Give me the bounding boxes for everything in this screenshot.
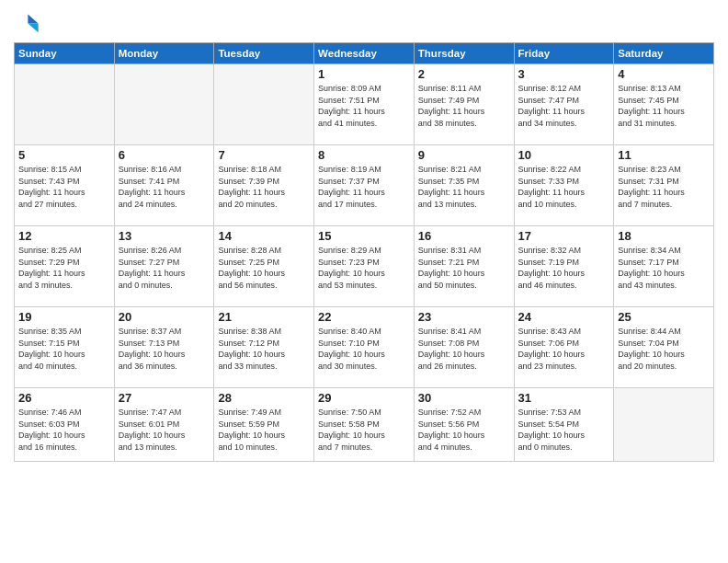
day-info: Sunrise: 7:52 AM Sunset: 5:56 PM Dayligh… xyxy=(418,407,510,453)
day-number: 7 xyxy=(218,148,310,162)
day-info: Sunrise: 8:15 AM Sunset: 7:43 PM Dayligh… xyxy=(18,164,110,210)
day-number: 24 xyxy=(518,310,610,324)
day-number: 29 xyxy=(318,391,410,405)
calendar-cell xyxy=(15,64,115,145)
day-number: 30 xyxy=(418,391,510,405)
day-info: Sunrise: 8:35 AM Sunset: 7:15 PM Dayligh… xyxy=(18,326,110,372)
day-number: 8 xyxy=(318,148,410,162)
calendar-cell: 5Sunrise: 8:15 AM Sunset: 7:43 PM Daylig… xyxy=(15,145,115,226)
day-info: Sunrise: 8:29 AM Sunset: 7:23 PM Dayligh… xyxy=(318,245,410,291)
calendar-cell: 19Sunrise: 8:35 AM Sunset: 7:15 PM Dayli… xyxy=(15,307,115,388)
day-info: Sunrise: 8:12 AM Sunset: 7:47 PM Dayligh… xyxy=(518,83,610,129)
svg-marker-0 xyxy=(28,15,38,24)
calendar-cell: 25Sunrise: 8:44 AM Sunset: 7:04 PM Dayli… xyxy=(614,307,714,388)
day-number: 18 xyxy=(618,229,710,243)
calendar-cell: 10Sunrise: 8:22 AM Sunset: 7:33 PM Dayli… xyxy=(514,145,614,226)
day-number: 12 xyxy=(18,229,110,243)
day-info: Sunrise: 7:50 AM Sunset: 5:58 PM Dayligh… xyxy=(318,407,410,453)
calendar-header-saturday: Saturday xyxy=(614,43,714,64)
day-info: Sunrise: 8:28 AM Sunset: 7:25 PM Dayligh… xyxy=(218,245,310,291)
day-number: 3 xyxy=(518,67,610,81)
calendar-cell xyxy=(114,64,214,145)
day-info: Sunrise: 8:38 AM Sunset: 7:12 PM Dayligh… xyxy=(218,326,310,372)
day-number: 4 xyxy=(618,67,710,81)
calendar-cell: 28Sunrise: 7:49 AM Sunset: 5:59 PM Dayli… xyxy=(214,388,314,462)
calendar-header-wednesday: Wednesday xyxy=(314,43,415,64)
day-info: Sunrise: 8:32 AM Sunset: 7:19 PM Dayligh… xyxy=(518,245,610,291)
calendar-week-5: 26Sunrise: 7:46 AM Sunset: 6:03 PM Dayli… xyxy=(15,388,714,462)
day-number: 26 xyxy=(18,391,110,405)
day-number: 25 xyxy=(618,310,710,324)
day-number: 21 xyxy=(218,310,310,324)
calendar-cell: 30Sunrise: 7:52 AM Sunset: 5:56 PM Dayli… xyxy=(414,388,514,462)
logo-icon xyxy=(14,9,40,35)
calendar-cell: 8Sunrise: 8:19 AM Sunset: 7:37 PM Daylig… xyxy=(314,145,415,226)
day-info: Sunrise: 8:23 AM Sunset: 7:31 PM Dayligh… xyxy=(618,164,710,210)
day-info: Sunrise: 7:46 AM Sunset: 6:03 PM Dayligh… xyxy=(18,407,110,453)
calendar-cell: 22Sunrise: 8:40 AM Sunset: 7:10 PM Dayli… xyxy=(314,307,415,388)
calendar-cell: 26Sunrise: 7:46 AM Sunset: 6:03 PM Dayli… xyxy=(15,388,115,462)
day-number: 1 xyxy=(318,67,410,81)
day-number: 6 xyxy=(119,148,210,162)
day-number: 2 xyxy=(418,67,510,81)
day-number: 10 xyxy=(518,148,610,162)
logo xyxy=(14,9,43,35)
calendar-header-monday: Monday xyxy=(114,43,214,64)
header xyxy=(14,9,714,35)
calendar-cell: 31Sunrise: 7:53 AM Sunset: 5:54 PM Dayli… xyxy=(514,388,614,462)
calendar-cell: 12Sunrise: 8:25 AM Sunset: 7:29 PM Dayli… xyxy=(15,226,115,307)
day-info: Sunrise: 8:16 AM Sunset: 7:41 PM Dayligh… xyxy=(119,164,210,210)
svg-marker-1 xyxy=(28,23,38,32)
day-info: Sunrise: 8:18 AM Sunset: 7:39 PM Dayligh… xyxy=(218,164,310,210)
day-number: 22 xyxy=(318,310,410,324)
calendar-header-sunday: Sunday xyxy=(15,43,115,64)
calendar-cell: 1Sunrise: 8:09 AM Sunset: 7:51 PM Daylig… xyxy=(314,64,415,145)
calendar-cell: 21Sunrise: 8:38 AM Sunset: 7:12 PM Dayli… xyxy=(214,307,314,388)
calendar-header-friday: Friday xyxy=(514,43,614,64)
day-info: Sunrise: 8:11 AM Sunset: 7:49 PM Dayligh… xyxy=(418,83,510,129)
calendar-cell: 20Sunrise: 8:37 AM Sunset: 7:13 PM Dayli… xyxy=(114,307,214,388)
calendar-cell: 4Sunrise: 8:13 AM Sunset: 7:45 PM Daylig… xyxy=(614,64,714,145)
calendar-cell: 24Sunrise: 8:43 AM Sunset: 7:06 PM Dayli… xyxy=(514,307,614,388)
day-number: 19 xyxy=(18,310,110,324)
calendar-cell: 11Sunrise: 8:23 AM Sunset: 7:31 PM Dayli… xyxy=(614,145,714,226)
day-info: Sunrise: 8:09 AM Sunset: 7:51 PM Dayligh… xyxy=(318,83,410,129)
calendar-cell xyxy=(214,64,314,145)
calendar-cell: 17Sunrise: 8:32 AM Sunset: 7:19 PM Dayli… xyxy=(514,226,614,307)
day-number: 9 xyxy=(418,148,510,162)
calendar-cell: 29Sunrise: 7:50 AM Sunset: 5:58 PM Dayli… xyxy=(314,388,415,462)
day-number: 23 xyxy=(418,310,510,324)
calendar-cell: 16Sunrise: 8:31 AM Sunset: 7:21 PM Dayli… xyxy=(414,226,514,307)
day-info: Sunrise: 7:49 AM Sunset: 5:59 PM Dayligh… xyxy=(218,407,310,453)
day-info: Sunrise: 8:44 AM Sunset: 7:04 PM Dayligh… xyxy=(618,326,710,372)
day-number: 13 xyxy=(119,229,210,243)
calendar-cell: 18Sunrise: 8:34 AM Sunset: 7:17 PM Dayli… xyxy=(614,226,714,307)
day-info: Sunrise: 8:19 AM Sunset: 7:37 PM Dayligh… xyxy=(318,164,410,210)
day-number: 14 xyxy=(218,229,310,243)
day-info: Sunrise: 8:41 AM Sunset: 7:08 PM Dayligh… xyxy=(418,326,510,372)
calendar-cell: 7Sunrise: 8:18 AM Sunset: 7:39 PM Daylig… xyxy=(214,145,314,226)
day-number: 31 xyxy=(518,391,610,405)
calendar-header-tuesday: Tuesday xyxy=(214,43,314,64)
day-number: 15 xyxy=(318,229,410,243)
day-number: 20 xyxy=(119,310,210,324)
calendar-cell: 9Sunrise: 8:21 AM Sunset: 7:35 PM Daylig… xyxy=(414,145,514,226)
calendar-cell: 15Sunrise: 8:29 AM Sunset: 7:23 PM Dayli… xyxy=(314,226,415,307)
day-info: Sunrise: 8:40 AM Sunset: 7:10 PM Dayligh… xyxy=(318,326,410,372)
day-number: 28 xyxy=(218,391,310,405)
calendar-cell xyxy=(614,388,714,462)
day-info: Sunrise: 8:25 AM Sunset: 7:29 PM Dayligh… xyxy=(18,245,110,291)
calendar-header-thursday: Thursday xyxy=(414,43,514,64)
day-info: Sunrise: 8:26 AM Sunset: 7:27 PM Dayligh… xyxy=(119,245,210,291)
calendar-week-2: 5Sunrise: 8:15 AM Sunset: 7:43 PM Daylig… xyxy=(15,145,714,226)
day-number: 11 xyxy=(618,148,710,162)
day-number: 16 xyxy=(418,229,510,243)
day-info: Sunrise: 8:34 AM Sunset: 7:17 PM Dayligh… xyxy=(618,245,710,291)
day-info: Sunrise: 8:22 AM Sunset: 7:33 PM Dayligh… xyxy=(518,164,610,210)
calendar-week-3: 12Sunrise: 8:25 AM Sunset: 7:29 PM Dayli… xyxy=(15,226,714,307)
calendar-cell: 6Sunrise: 8:16 AM Sunset: 7:41 PM Daylig… xyxy=(114,145,214,226)
calendar: SundayMondayTuesdayWednesdayThursdayFrid… xyxy=(14,42,714,462)
day-number: 17 xyxy=(518,229,610,243)
calendar-cell: 27Sunrise: 7:47 AM Sunset: 6:01 PM Dayli… xyxy=(114,388,214,462)
day-info: Sunrise: 7:53 AM Sunset: 5:54 PM Dayligh… xyxy=(518,407,610,453)
